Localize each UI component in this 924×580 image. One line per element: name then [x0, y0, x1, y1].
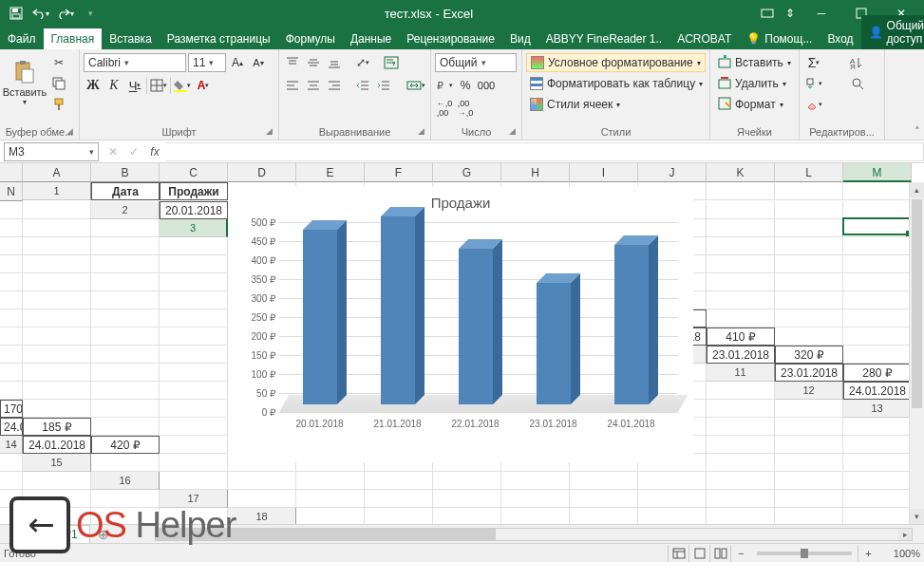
cell-L5[interactable]: [160, 273, 228, 291]
cancel-formula-icon[interactable]: ✕: [103, 141, 123, 162]
cell-F10[interactable]: [91, 364, 160, 382]
cell-B1[interactable]: Продажи: [160, 182, 228, 200]
align-middle-icon[interactable]: [304, 53, 323, 72]
comma-icon[interactable]: 000: [477, 76, 496, 95]
cell-F7[interactable]: [843, 291, 912, 309]
zoom-out-button[interactable]: −: [730, 545, 751, 562]
col-head-N[interactable]: N: [0, 182, 23, 201]
cell-D11[interactable]: [23, 382, 91, 400]
delete-cells-button[interactable]: Удалить▾: [714, 74, 790, 93]
cell-D8[interactable]: [775, 309, 843, 327]
bar-0[interactable]: [303, 230, 337, 404]
cell-J17[interactable]: [843, 490, 912, 508]
cell-I7[interactable]: [91, 309, 160, 327]
cell-K17[interactable]: [0, 508, 23, 524]
format-as-table-button[interactable]: Форматировать как таблицу▾: [526, 74, 707, 93]
cell-A12[interactable]: 24.01.2018: [843, 382, 912, 400]
insert-cells-button[interactable]: Вставить▾: [714, 53, 795, 72]
row-head-1[interactable]: 1: [23, 182, 91, 200]
font-size-combo[interactable]: 11▾: [188, 53, 226, 72]
number-format-combo[interactable]: Общий▾: [435, 53, 517, 72]
tab-4[interactable]: Данные: [343, 28, 399, 49]
undo-icon[interactable]: ▾: [30, 3, 51, 24]
cell-A16[interactable]: [160, 472, 228, 490]
collapse-ribbon-icon[interactable]: ˄: [915, 125, 920, 138]
cell-J1[interactable]: [707, 182, 775, 200]
cell-I6[interactable]: [23, 291, 91, 309]
cell-A14[interactable]: 24.01.2018: [23, 436, 91, 454]
dialog-launcher-icon[interactable]: ◢: [66, 126, 73, 136]
cell-M16[interactable]: [23, 490, 91, 508]
tab-3[interactable]: Формулы: [278, 28, 343, 49]
sign-in[interactable]: Вход: [820, 28, 860, 49]
merge-center-icon[interactable]: ▾: [403, 76, 429, 95]
cell-K5[interactable]: [91, 273, 160, 291]
cell-A13[interactable]: 24.01.2018: [0, 418, 23, 436]
cell-D18[interactable]: [501, 508, 570, 524]
cell-N1[interactable]: [23, 201, 91, 219]
cell-B12[interactable]: 170 ₽: [0, 400, 23, 418]
row-head-16[interactable]: 16: [91, 472, 160, 490]
cell-M1[interactable]: [0, 201, 23, 219]
cell-I2[interactable]: [707, 201, 775, 219]
cell-M12[interactable]: [707, 400, 775, 418]
cell-H9[interactable]: [160, 346, 228, 364]
cell-B9[interactable]: 410 ₽: [707, 327, 775, 346]
italic-button[interactable]: К: [104, 76, 123, 95]
cell-E6[interactable]: [707, 273, 775, 291]
cell-L15[interactable]: [843, 454, 912, 472]
cell-D7[interactable]: [707, 291, 775, 309]
row-head-2[interactable]: 2: [91, 201, 160, 219]
zoom-in-button[interactable]: +: [858, 545, 878, 562]
borders-icon[interactable]: ▾: [149, 76, 168, 95]
cell-C9[interactable]: [775, 327, 843, 346]
cell-F8[interactable]: [0, 327, 23, 346]
cell-K14[interactable]: [707, 436, 775, 454]
cell-G5[interactable]: [775, 255, 843, 273]
cell-E12[interactable]: [160, 400, 228, 418]
cell-D9[interactable]: [843, 327, 912, 346]
bar-3[interactable]: [537, 283, 571, 404]
cell-F9[interactable]: [23, 346, 91, 364]
underline-button[interactable]: Ч▾: [125, 76, 144, 95]
fill-color-icon[interactable]: ▾: [173, 76, 192, 95]
tab-7[interactable]: ABBYY FineReader 1..: [538, 28, 670, 49]
cell-H8[interactable]: [91, 327, 160, 346]
row-head-14[interactable]: 14: [0, 436, 23, 454]
col-head-J[interactable]: J: [638, 163, 707, 182]
row-head-13[interactable]: 13: [843, 400, 912, 418]
cell-K6[interactable]: [160, 291, 228, 309]
cell-L2[interactable]: [0, 219, 23, 237]
cell-I18[interactable]: [843, 508, 912, 524]
cell-B10[interactable]: 320 ₽: [775, 346, 843, 364]
name-box[interactable]: M3▾: [4, 142, 99, 161]
tab-6[interactable]: Вид: [502, 28, 538, 49]
cell-I8[interactable]: [160, 327, 228, 346]
cell-B15[interactable]: [160, 454, 228, 472]
formula-input[interactable]: [165, 142, 924, 161]
cell-J2[interactable]: [775, 201, 843, 219]
tab-8[interactable]: ACROBAT: [669, 28, 739, 49]
cell-K15[interactable]: [775, 454, 843, 472]
cell-N14[interactable]: [0, 454, 23, 472]
sort-filter-icon[interactable]: AЯ: [847, 53, 868, 72]
percent-icon[interactable]: %: [456, 76, 475, 95]
align-bottom-icon[interactable]: [325, 53, 344, 72]
cell-H4[interactable]: [775, 237, 843, 255]
cell-F16[interactable]: [501, 472, 570, 490]
cell-F17[interactable]: [570, 490, 638, 508]
dialog-launcher-icon[interactable]: ◢: [266, 126, 273, 136]
dialog-launcher-icon[interactable]: ◢: [509, 126, 516, 136]
select-all-corner[interactable]: [0, 163, 23, 182]
sheet-tab[interactable]: Лист1: [34, 525, 90, 543]
cell-H6[interactable]: [0, 291, 23, 309]
cell-F11[interactable]: [160, 382, 228, 400]
cell-B13[interactable]: 185 ₽: [23, 418, 91, 436]
save-icon[interactable]: [6, 3, 27, 24]
cell-I3[interactable]: [775, 219, 843, 237]
cell-B16[interactable]: [228, 472, 296, 490]
col-head-M[interactable]: M: [843, 163, 912, 182]
copy-icon[interactable]: [49, 74, 68, 93]
tab-file[interactable]: Файл: [0, 28, 44, 49]
col-head-E[interactable]: E: [296, 163, 365, 182]
